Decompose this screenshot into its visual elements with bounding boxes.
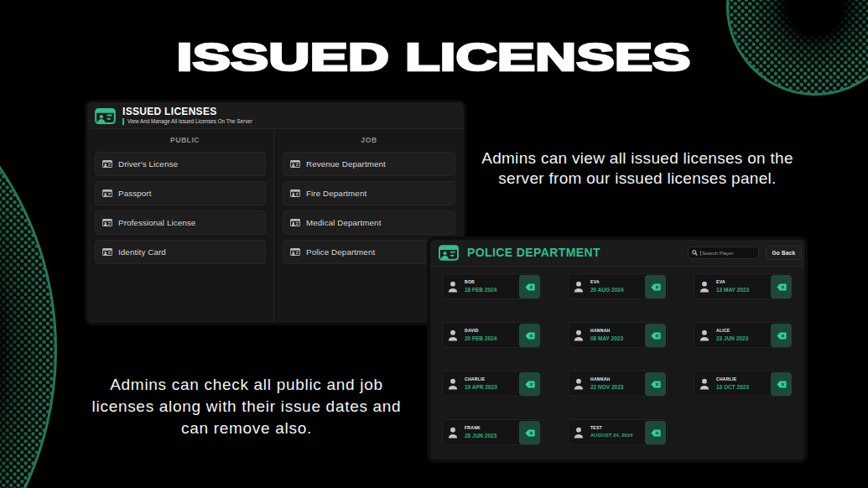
svg-text:ISSUED LICENSES: ISSUED LICENSES <box>177 34 691 79</box>
